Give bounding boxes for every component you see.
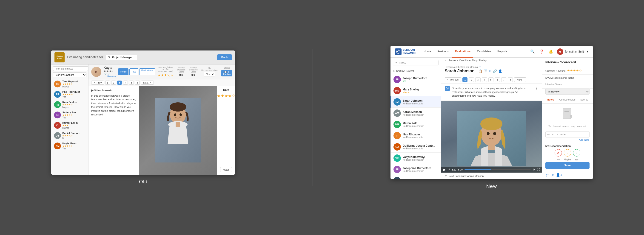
new-q1-button[interactable]: 1 <box>462 77 468 82</box>
new-save-button[interactable]: Save <box>546 162 590 169</box>
old-q2-button[interactable]: 2 <box>111 81 116 85</box>
new-q8-button[interactable]: 8 <box>508 77 513 82</box>
new-q2-button[interactable]: 2 <box>469 77 474 82</box>
new-q6-button[interactable]: 6 <box>495 77 500 82</box>
old-prev-button[interactable]: ◄ Prev <box>91 81 104 85</box>
candidate-profile-button[interactable]: 📋 <box>478 69 482 73</box>
video-progress-fill <box>464 169 491 170</box>
candidate-link-button[interactable]: 🔗 <box>493 69 497 73</box>
list-item[interactable]: MP Marco Polo No Recommendation <box>390 119 441 130</box>
evaluations-tab-button[interactable]: Evaluations + <box>139 68 155 75</box>
new-next-button[interactable]: Next › <box>514 77 526 82</box>
new-prev-button[interactable]: ‹ Previous <box>445 77 461 82</box>
video-settings-button[interactable]: ⚙ <box>532 168 535 171</box>
tab-scores[interactable]: Scores <box>576 96 592 103</box>
search-icon-button[interactable]: 🔍 <box>529 48 536 55</box>
new-q3-button[interactable]: 3 <box>475 77 480 82</box>
candidate-document-button[interactable]: 📄 <box>484 69 488 73</box>
list-item[interactable]: RS Ram Scales ★★★★☆ Maybe <box>53 100 86 109</box>
old-q5-button[interactable]: 5 <box>129 81 134 85</box>
new-q5-button[interactable]: 5 <box>488 77 494 82</box>
list-item[interactable]: TR Tara Rapucci ★★★★☆ Maybe <box>53 79 86 89</box>
old-status-button[interactable]: 📋 In Review <box>221 70 232 76</box>
list-item[interactable]: AJ Adam Johnston <box>390 175 441 179</box>
add-note-button[interactable]: Add Note <box>542 137 593 142</box>
tags-tab-button[interactable]: Tags <box>130 68 138 75</box>
avatar: IR <box>394 132 401 139</box>
new-status-select[interactable]: In Review <box>546 89 590 95</box>
avatar: JR <box>394 166 401 173</box>
list-item[interactable]: KM Kayla Marco ★★★☆☆ Yes <box>53 141 86 151</box>
notifications-icon-button[interactable]: 🔔 <box>548 48 554 55</box>
rec-no-button[interactable]: ✕ <box>554 149 562 157</box>
list-item[interactable]: DB Daniel Banford ★★★½☆ No <box>53 131 86 140</box>
video-fullscreen-button[interactable]: ⛶ <box>537 168 540 171</box>
new-panel-label: New <box>486 183 497 189</box>
new-notes-textarea[interactable] <box>546 131 590 137</box>
user-menu[interactable]: JS Johnathan Smith ▾ <box>557 48 588 55</box>
old-rec-select[interactable]: Yes <box>204 72 215 76</box>
old-logo: ChickenDepot <box>54 52 64 62</box>
nav-item-positions[interactable]: Positions <box>434 46 452 58</box>
list-item[interactable]: VK Vasyl Kotsovskyi No Recommendation <box>390 153 441 164</box>
old-filter-input[interactable] <box>53 66 88 71</box>
new-q7-button[interactable]: 7 <box>501 77 506 82</box>
list-item[interactable]: JR Josephina Rutherford No Recommendatio… <box>390 164 441 175</box>
rec-yes-button[interactable]: ✓ <box>573 149 580 157</box>
nav-item-home[interactable]: Home <box>421 46 434 58</box>
video-play-button[interactable]: ▶ <box>443 168 446 171</box>
new-sort-row: ⇅ Sort by: Newest <box>390 68 441 74</box>
list-item[interactable]: PR Phil Rodriguez ★★★★½ Yes <box>53 89 86 99</box>
old-title: Evaluating candidates for Sr. Project Ma… <box>67 55 215 60</box>
old-panel-label: Old <box>139 179 148 185</box>
old-notes-button[interactable]: Notes <box>220 167 232 172</box>
old-q6-button[interactable]: 6 <box>135 81 140 85</box>
add-user-icon-button[interactable]: 👤+ <box>556 173 562 177</box>
question-more-button[interactable]: ⋮ <box>534 86 538 91</box>
tab-notes[interactable]: Notes <box>542 96 559 103</box>
old-job-select[interactable]: Sr. Project Manager <box>106 55 137 60</box>
nav-item-evaluations[interactable]: Evaluations <box>452 46 473 58</box>
list-item[interactable]: IR Ilian Rhoades No Recommendation <box>390 130 441 141</box>
share-icon-button[interactable]: ↗ <box>551 173 554 177</box>
candidate-more-button[interactable]: 👤 <box>498 69 502 73</box>
avatar: JR <box>394 76 401 83</box>
list-item[interactable]: MS Mary Shelley Maybe <box>390 85 441 96</box>
new-search-input[interactable] <box>399 61 436 64</box>
old-next-button[interactable]: Next ► <box>141 81 154 85</box>
new-prev-candidate-banner: ▲ Previous Candidate: Mary Shelley <box>441 58 542 63</box>
rec-maybe-button[interactable]: ? <box>564 149 571 157</box>
old-q1-button[interactable]: 1 <box>105 81 110 85</box>
old-q3-button[interactable]: 3 <box>117 81 122 85</box>
svg-point-13 <box>493 132 496 135</box>
new-q4-button[interactable]: 4 <box>482 77 487 82</box>
video-progress-bar[interactable] <box>464 169 531 170</box>
new-sidebar-search: ▼ <box>390 58 441 68</box>
scorecard-avg-rating: My Average Rating: None <box>542 75 593 81</box>
old-filter-row: ✕ <box>53 66 86 71</box>
video-restart-button[interactable]: ↺ <box>448 168 450 171</box>
help-icon-button[interactable]: ❓ <box>538 48 545 55</box>
nav-item-reports[interactable]: Reports <box>494 46 510 58</box>
list-item[interactable]: SS Saffery Sak ★★★☆☆ Yes <box>53 110 86 120</box>
tags-icon-button[interactable]: 🏷 <box>546 173 549 177</box>
list-item[interactable]: AM Aaron Monson No Recommendation <box>390 108 441 119</box>
avatar: KM <box>54 143 61 149</box>
profile-tab-button[interactable]: Profile <box>118 68 128 75</box>
nav-item-candidates[interactable]: Candidates <box>474 46 494 58</box>
avatar: AJ <box>394 177 401 179</box>
old-job-label: Sr. Project Manager <box>106 55 137 59</box>
new-rec-section: My Recommendation ✕ ? ✓ No Maybe Yes Sav… <box>542 142 593 171</box>
svg-point-18 <box>570 115 572 117</box>
old-q4-button[interactable]: 4 <box>123 81 128 85</box>
list-item[interactable]: GJ Guillerma Josefa Contr... No Recommen… <box>390 141 441 153</box>
candidate-email-button[interactable]: ✉ <box>489 69 492 73</box>
panel-divider <box>312 49 313 186</box>
old-sort-select[interactable]: Sort by Random <box>53 72 86 77</box>
list-item[interactable]: KL Kumar Laxmi ★★★☆☆ Maybe <box>53 120 86 130</box>
list-item[interactable]: SJ Sarah Johnson No Recommendation <box>390 96 441 108</box>
old-back-button[interactable]: Back <box>217 54 232 60</box>
tab-competencies[interactable]: Competencies <box>559 96 576 103</box>
chevron-down-icon: ▾ <box>587 50 588 53</box>
list-item[interactable]: JR Joseph Rutherford Yes <box>390 74 441 85</box>
